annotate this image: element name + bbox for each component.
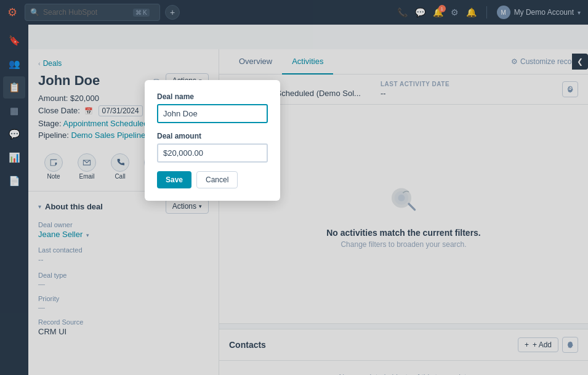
modal-deal-amount-label: Deal amount — [157, 132, 268, 140]
modal-deal-amount-field: Deal amount — [157, 132, 268, 163]
modal-deal-name-input[interactable] — [157, 104, 268, 123]
modal-actions: Save Cancel — [157, 171, 268, 188]
modal-save-button[interactable]: Save — [157, 171, 191, 188]
modal-deal-amount-input[interactable] — [157, 143, 268, 163]
modal-cancel-button[interactable]: Cancel — [196, 171, 238, 188]
modal-deal-name-field: Deal name — [157, 92, 268, 123]
modal-overlay: Deal name Deal amount Save Cancel — [0, 0, 588, 375]
edit-deal-modal: Deal name Deal amount Save Cancel — [145, 80, 280, 201]
modal-deal-name-label: Deal name — [157, 92, 268, 101]
